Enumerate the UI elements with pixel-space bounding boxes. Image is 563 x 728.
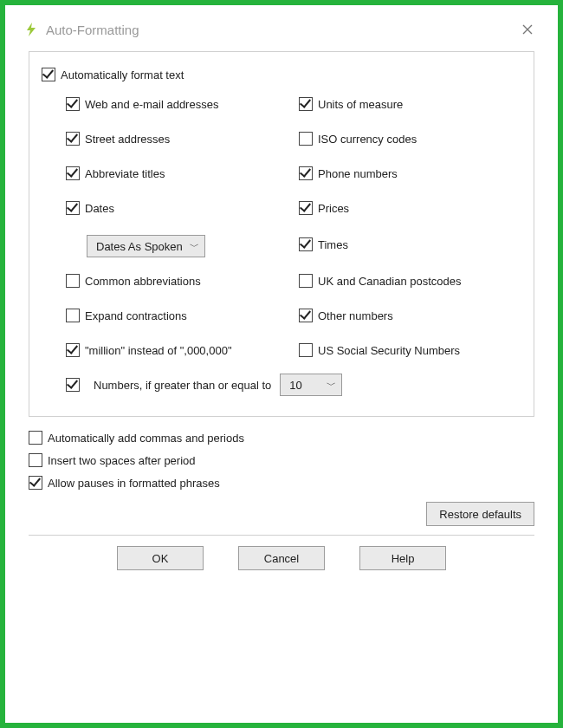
numbers-threshold-select[interactable]: 10 ﹀ bbox=[280, 374, 342, 396]
street-checkbox[interactable] bbox=[66, 132, 80, 146]
dates-mode-value: Dates As Spoken bbox=[96, 240, 183, 253]
help-button[interactable]: Help bbox=[359, 546, 446, 570]
allow-pauses-checkbox[interactable] bbox=[29, 476, 42, 490]
other-numbers-checkbox[interactable] bbox=[299, 309, 313, 322]
iso-label: ISO currency codes bbox=[318, 133, 417, 146]
auto-commas-label: Automatically add commas and periods bbox=[48, 432, 244, 445]
numbers-threshold-checkbox[interactable] bbox=[66, 378, 80, 392]
expand-contractions-label: Expand contractions bbox=[85, 309, 187, 322]
screenshot-frame: Auto-Formatting Automatically format tex… bbox=[0, 0, 563, 728]
restore-defaults-button[interactable]: Restore defaults bbox=[426, 502, 534, 526]
million-checkbox[interactable] bbox=[66, 343, 80, 357]
dates-label: Dates bbox=[85, 202, 114, 215]
times-checkbox[interactable] bbox=[299, 237, 313, 251]
ssn-checkbox[interactable] bbox=[299, 343, 313, 357]
auto-commas-checkbox[interactable] bbox=[29, 431, 42, 445]
chevron-down-icon: ﹀ bbox=[327, 379, 336, 392]
auto-format-checkbox[interactable] bbox=[42, 68, 55, 81]
ssn-label: US Social Security Numbers bbox=[318, 344, 460, 357]
iso-checkbox[interactable] bbox=[299, 132, 313, 146]
phone-label: Phone numbers bbox=[318, 167, 398, 180]
prices-label: Prices bbox=[318, 202, 349, 215]
dialog-content: Automatically format text Web and e-mail… bbox=[15, 44, 548, 581]
times-label: Times bbox=[318, 238, 348, 251]
street-label: Street addresses bbox=[85, 133, 170, 146]
prices-checkbox[interactable] bbox=[299, 201, 313, 215]
auto-format-label: Automatically format text bbox=[61, 68, 184, 81]
dialog-window: Auto-Formatting Automatically format tex… bbox=[15, 15, 548, 713]
numbers-threshold-value: 10 bbox=[289, 379, 301, 392]
auto-format-row: Automatically format text bbox=[42, 68, 521, 81]
phone-checkbox[interactable] bbox=[299, 166, 313, 180]
million-label: "million" instead of ",000,000" bbox=[85, 344, 232, 357]
expand-contractions-checkbox[interactable] bbox=[66, 309, 80, 322]
restore-row: Restore defaults bbox=[29, 502, 534, 526]
dates-checkbox[interactable] bbox=[66, 201, 80, 215]
numbers-threshold-row: Numbers, if greater than or equal to 10 … bbox=[66, 367, 521, 402]
chevron-down-icon: ﹀ bbox=[190, 240, 199, 253]
units-checkbox[interactable] bbox=[299, 97, 313, 111]
other-numbers-label: Other numbers bbox=[318, 309, 393, 322]
extra-options: Automatically add commas and periods Ins… bbox=[29, 431, 534, 490]
units-label: Units of measure bbox=[318, 98, 403, 111]
allow-pauses-label: Allow pauses in formatted phrases bbox=[48, 477, 220, 490]
options-grid: Web and e-mail addresses Units of measur… bbox=[66, 87, 521, 402]
web-email-label: Web and e-mail addresses bbox=[85, 98, 218, 111]
dates-mode-select[interactable]: Dates As Spoken ﹀ bbox=[87, 235, 205, 257]
close-icon[interactable] bbox=[515, 17, 540, 42]
two-spaces-label: Insert two spaces after period bbox=[48, 454, 196, 467]
cancel-button[interactable]: Cancel bbox=[238, 546, 325, 570]
common-abbrev-checkbox[interactable] bbox=[66, 274, 80, 288]
common-abbrev-label: Common abbreviations bbox=[85, 275, 201, 288]
uk-canadian-label: UK and Canadian postcodes bbox=[318, 275, 462, 288]
action-buttons: OK Cancel Help bbox=[29, 546, 534, 570]
numbers-threshold-label: Numbers, if greater than or equal to bbox=[94, 379, 271, 392]
titlebar: Auto-Formatting bbox=[15, 15, 548, 44]
two-spaces-checkbox[interactable] bbox=[29, 453, 42, 467]
abbrev-titles-checkbox[interactable] bbox=[66, 166, 80, 180]
separator bbox=[29, 535, 534, 536]
format-group: Automatically format text Web and e-mail… bbox=[29, 51, 534, 417]
lightning-icon bbox=[23, 22, 39, 37]
uk-canadian-checkbox[interactable] bbox=[299, 274, 313, 288]
web-email-checkbox[interactable] bbox=[66, 97, 80, 111]
window-title: Auto-Formatting bbox=[46, 23, 515, 37]
abbrev-titles-label: Abbreviate titles bbox=[85, 167, 165, 180]
ok-button[interactable]: OK bbox=[117, 546, 204, 570]
